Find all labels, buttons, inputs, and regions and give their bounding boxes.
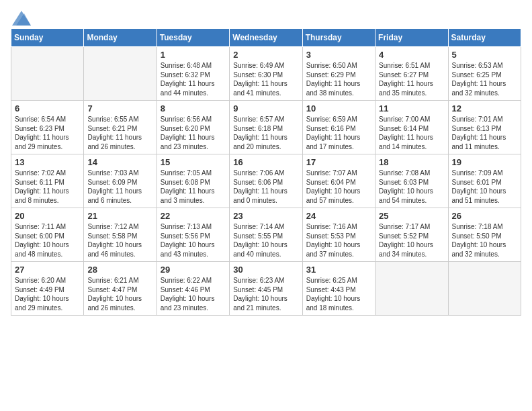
column-header-saturday: Saturday bbox=[448, 29, 521, 47]
cell-info: Sunrise: 7:03 AMSunset: 6:09 PMDaylight:… bbox=[87, 169, 142, 204]
cell-info: Sunrise: 7:11 AMSunset: 6:00 PMDaylight:… bbox=[15, 223, 69, 258]
calendar-cell: 22Sunrise: 7:13 AMSunset: 5:56 PMDayligh… bbox=[157, 208, 229, 262]
day-number: 24 bbox=[306, 211, 371, 221]
calendar-cell: 20Sunrise: 7:11 AMSunset: 6:00 PMDayligh… bbox=[11, 208, 84, 262]
cell-info: Sunrise: 7:13 AMSunset: 5:56 PMDaylight:… bbox=[161, 223, 215, 258]
cell-info: Sunrise: 7:07 AMSunset: 6:04 PMDaylight:… bbox=[306, 169, 361, 204]
column-header-tuesday: Tuesday bbox=[157, 29, 229, 47]
calendar-cell: 19Sunrise: 7:09 AMSunset: 6:01 PMDayligh… bbox=[448, 154, 521, 208]
cell-info: Sunrise: 7:05 AMSunset: 6:08 PMDaylight:… bbox=[161, 169, 215, 204]
calendar-cell: 30Sunrise: 6:23 AMSunset: 4:45 PMDayligh… bbox=[230, 262, 302, 316]
day-number: 10 bbox=[306, 103, 371, 113]
cell-info: Sunrise: 7:00 AMSunset: 6:14 PMDaylight:… bbox=[379, 116, 433, 150]
cell-info: Sunrise: 7:12 AMSunset: 5:58 PMDaylight:… bbox=[87, 223, 142, 258]
cell-info: Sunrise: 7:18 AMSunset: 5:50 PMDaylight:… bbox=[452, 223, 506, 258]
calendar-cell: 31Sunrise: 6:25 AMSunset: 4:43 PMDayligh… bbox=[302, 262, 375, 316]
calendar-cell: 24Sunrise: 7:16 AMSunset: 5:53 PMDayligh… bbox=[302, 208, 375, 262]
day-number: 23 bbox=[233, 211, 298, 221]
calendar-cell: 1Sunrise: 6:48 AMSunset: 6:32 PMDaylight… bbox=[157, 47, 229, 101]
calendar-cell bbox=[375, 262, 448, 316]
day-number: 12 bbox=[452, 103, 517, 113]
day-number: 19 bbox=[452, 157, 517, 167]
calendar-cell: 15Sunrise: 7:05 AMSunset: 6:08 PMDayligh… bbox=[157, 154, 229, 208]
cell-info: Sunrise: 6:50 AMSunset: 6:29 PMDaylight:… bbox=[306, 62, 361, 97]
day-number: 25 bbox=[379, 211, 444, 221]
cell-info: Sunrise: 6:20 AMSunset: 4:49 PMDaylight:… bbox=[15, 277, 69, 312]
calendar-table: SundayMondayTuesdayWednesdayThursdayFrid… bbox=[11, 28, 521, 316]
cell-info: Sunrise: 7:06 AMSunset: 6:06 PMDaylight:… bbox=[233, 169, 287, 204]
day-number: 22 bbox=[161, 211, 226, 221]
day-number: 9 bbox=[233, 103, 298, 113]
day-number: 13 bbox=[15, 157, 80, 167]
day-number: 31 bbox=[306, 265, 371, 275]
cell-info: Sunrise: 6:56 AMSunset: 6:20 PMDaylight:… bbox=[161, 116, 215, 150]
cell-info: Sunrise: 7:01 AMSunset: 6:13 PMDaylight:… bbox=[452, 116, 506, 150]
calendar-week-row: 20Sunrise: 7:11 AMSunset: 6:00 PMDayligh… bbox=[11, 208, 521, 262]
calendar-cell: 5Sunrise: 6:53 AMSunset: 6:25 PMDaylight… bbox=[448, 47, 521, 101]
cell-info: Sunrise: 7:14 AMSunset: 5:55 PMDaylight:… bbox=[233, 223, 287, 258]
calendar-week-row: 1Sunrise: 6:48 AMSunset: 6:32 PMDaylight… bbox=[11, 47, 521, 101]
calendar-cell: 18Sunrise: 7:08 AMSunset: 6:03 PMDayligh… bbox=[375, 154, 448, 208]
column-header-wednesday: Wednesday bbox=[230, 29, 302, 47]
logo bbox=[11, 11, 31, 23]
page-header bbox=[11, 11, 521, 23]
cell-info: Sunrise: 7:02 AMSunset: 6:11 PMDaylight:… bbox=[15, 169, 69, 204]
calendar-cell: 12Sunrise: 7:01 AMSunset: 6:13 PMDayligh… bbox=[448, 101, 521, 154]
calendar-cell bbox=[11, 47, 84, 101]
calendar-cell: 28Sunrise: 6:21 AMSunset: 4:47 PMDayligh… bbox=[84, 262, 157, 316]
calendar-cell: 6Sunrise: 6:54 AMSunset: 6:23 PMDaylight… bbox=[11, 101, 84, 154]
day-number: 11 bbox=[379, 103, 444, 113]
calendar-cell: 8Sunrise: 6:56 AMSunset: 6:20 PMDaylight… bbox=[157, 101, 229, 154]
cell-info: Sunrise: 6:21 AMSunset: 4:47 PMDaylight:… bbox=[87, 277, 142, 312]
calendar-week-row: 13Sunrise: 7:02 AMSunset: 6:11 PMDayligh… bbox=[11, 154, 521, 208]
day-number: 18 bbox=[379, 157, 444, 167]
day-number: 21 bbox=[87, 211, 152, 221]
day-number: 6 bbox=[15, 103, 80, 113]
calendar-cell: 16Sunrise: 7:06 AMSunset: 6:06 PMDayligh… bbox=[230, 154, 302, 208]
calendar-cell: 26Sunrise: 7:18 AMSunset: 5:50 PMDayligh… bbox=[448, 208, 521, 262]
calendar-week-row: 6Sunrise: 6:54 AMSunset: 6:23 PMDaylight… bbox=[11, 101, 521, 154]
calendar-cell: 3Sunrise: 6:50 AMSunset: 6:29 PMDaylight… bbox=[302, 47, 375, 101]
day-number: 7 bbox=[87, 103, 152, 113]
cell-info: Sunrise: 6:48 AMSunset: 6:32 PMDaylight:… bbox=[161, 62, 215, 97]
calendar-header-row: SundayMondayTuesdayWednesdayThursdayFrid… bbox=[11, 29, 521, 47]
day-number: 8 bbox=[161, 103, 226, 113]
day-number: 20 bbox=[15, 211, 80, 221]
cell-info: Sunrise: 6:59 AMSunset: 6:16 PMDaylight:… bbox=[306, 116, 361, 150]
day-number: 14 bbox=[87, 157, 152, 167]
day-number: 2 bbox=[233, 50, 298, 60]
cell-info: Sunrise: 7:08 AMSunset: 6:03 PMDaylight:… bbox=[379, 169, 433, 204]
column-header-monday: Monday bbox=[84, 29, 157, 47]
day-number: 17 bbox=[306, 157, 371, 167]
cell-info: Sunrise: 6:25 AMSunset: 4:43 PMDaylight:… bbox=[306, 277, 361, 312]
calendar-cell bbox=[84, 47, 157, 101]
column-header-sunday: Sunday bbox=[11, 29, 84, 47]
calendar-cell: 7Sunrise: 6:55 AMSunset: 6:21 PMDaylight… bbox=[84, 101, 157, 154]
cell-info: Sunrise: 6:53 AMSunset: 6:25 PMDaylight:… bbox=[452, 62, 506, 97]
column-header-thursday: Thursday bbox=[302, 29, 375, 47]
calendar-cell: 27Sunrise: 6:20 AMSunset: 4:49 PMDayligh… bbox=[11, 262, 84, 316]
calendar-cell: 10Sunrise: 6:59 AMSunset: 6:16 PMDayligh… bbox=[302, 101, 375, 154]
calendar-cell bbox=[448, 262, 521, 316]
calendar-cell: 9Sunrise: 6:57 AMSunset: 6:18 PMDaylight… bbox=[230, 101, 302, 154]
day-number: 26 bbox=[452, 211, 517, 221]
cell-info: Sunrise: 7:16 AMSunset: 5:53 PMDaylight:… bbox=[306, 223, 361, 258]
calendar-cell: 21Sunrise: 7:12 AMSunset: 5:58 PMDayligh… bbox=[84, 208, 157, 262]
day-number: 3 bbox=[306, 50, 371, 60]
cell-info: Sunrise: 7:09 AMSunset: 6:01 PMDaylight:… bbox=[452, 169, 506, 204]
day-number: 15 bbox=[161, 157, 226, 167]
day-number: 16 bbox=[233, 157, 298, 167]
calendar-cell: 11Sunrise: 7:00 AMSunset: 6:14 PMDayligh… bbox=[375, 101, 448, 154]
cell-info: Sunrise: 6:57 AMSunset: 6:18 PMDaylight:… bbox=[233, 116, 287, 150]
day-number: 28 bbox=[87, 265, 152, 275]
cell-info: Sunrise: 6:49 AMSunset: 6:30 PMDaylight:… bbox=[233, 62, 287, 97]
logo-icon bbox=[12, 11, 31, 26]
calendar-week-row: 27Sunrise: 6:20 AMSunset: 4:49 PMDayligh… bbox=[11, 262, 521, 316]
cell-info: Sunrise: 6:22 AMSunset: 4:46 PMDaylight:… bbox=[161, 277, 215, 312]
calendar-cell: 4Sunrise: 6:51 AMSunset: 6:27 PMDaylight… bbox=[375, 47, 448, 101]
calendar-cell: 14Sunrise: 7:03 AMSunset: 6:09 PMDayligh… bbox=[84, 154, 157, 208]
column-header-friday: Friday bbox=[375, 29, 448, 47]
cell-info: Sunrise: 6:23 AMSunset: 4:45 PMDaylight:… bbox=[233, 277, 287, 312]
calendar-cell: 17Sunrise: 7:07 AMSunset: 6:04 PMDayligh… bbox=[302, 154, 375, 208]
calendar-cell: 23Sunrise: 7:14 AMSunset: 5:55 PMDayligh… bbox=[230, 208, 302, 262]
